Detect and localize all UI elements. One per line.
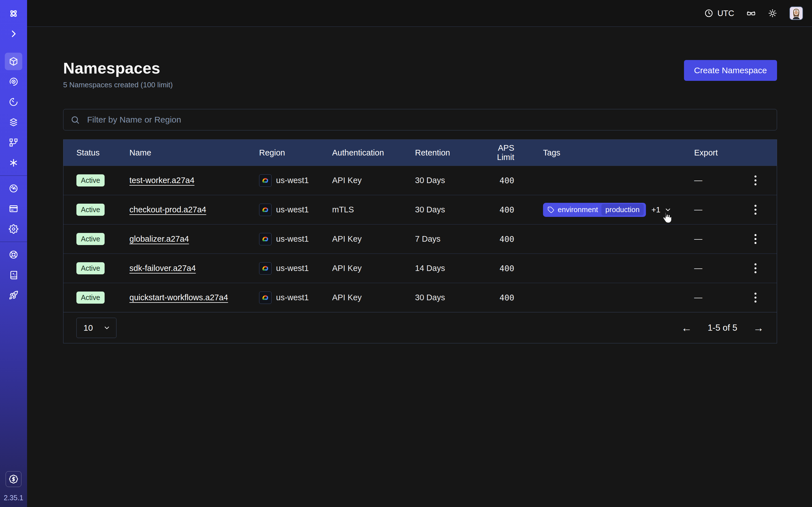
app-root: 2.35.1 UTC Namespaces 5 Namespace bbox=[0, 0, 812, 507]
auth-label: API Key bbox=[332, 293, 415, 302]
status-badge: Active bbox=[77, 233, 105, 245]
clock-icon bbox=[704, 9, 713, 18]
content: Namespaces 5 Namespaces created (100 lim… bbox=[27, 27, 812, 343]
status-badge: Active bbox=[77, 262, 105, 274]
region-label: us-west1 bbox=[276, 234, 309, 244]
aps-value: 400 bbox=[479, 234, 514, 244]
sidebar-item-nexus[interactable] bbox=[5, 154, 22, 172]
table-header-row: Status Name Region Authentication Retent… bbox=[63, 140, 777, 166]
page-size-value: 10 bbox=[84, 323, 93, 333]
table-row: Active checkout-prod.a27a4 us-west1 mTLS… bbox=[63, 195, 777, 224]
cost-badge-icon[interactable] bbox=[6, 471, 21, 487]
export-value: — bbox=[684, 293, 729, 302]
tag-key: environment bbox=[558, 205, 598, 214]
table-row: Active globalizer.a27a4 us-west1 API Key… bbox=[63, 224, 777, 253]
gcp-logo-icon bbox=[259, 204, 271, 216]
namespace-link[interactable]: sdk-failover.a27a4 bbox=[130, 264, 196, 273]
tags-expand-button[interactable] bbox=[664, 206, 672, 214]
col-name: Name bbox=[130, 148, 259, 158]
auth-label: mTLS bbox=[332, 205, 415, 214]
table-row: Active sdk-failover.a27a4 us-west1 API K… bbox=[63, 253, 777, 283]
gcp-logo-icon bbox=[259, 262, 271, 275]
row-menu-button[interactable] bbox=[752, 290, 759, 305]
region-label: us-west1 bbox=[276, 293, 309, 302]
aps-value: 400 bbox=[479, 205, 514, 215]
page-size-select[interactable]: 10 bbox=[77, 318, 116, 338]
namespace-link[interactable]: globalizer.a27a4 bbox=[130, 234, 189, 243]
tags-cell: environment production +1 bbox=[514, 203, 684, 217]
sidebar-item-schedules[interactable] bbox=[5, 93, 22, 111]
col-status: Status bbox=[77, 148, 130, 158]
sun-icon bbox=[768, 9, 777, 18]
sidebar-item-usage[interactable] bbox=[5, 180, 22, 197]
gcp-logo-icon bbox=[259, 174, 271, 187]
gcp-logo-icon bbox=[259, 233, 271, 245]
auth-label: API Key bbox=[332, 176, 415, 185]
retention-label: 30 Days bbox=[415, 176, 479, 185]
export-value: — bbox=[684, 176, 729, 185]
aps-value: 400 bbox=[479, 264, 514, 273]
tag-icon bbox=[548, 207, 554, 213]
table-row: Active test-worker.a27a4 us-west1 API Ke… bbox=[63, 166, 777, 195]
sidebar-item-pipelines[interactable] bbox=[5, 134, 22, 151]
table-row: Active quickstart-workflows.a27a4 us-wes… bbox=[63, 283, 777, 312]
page-title: Namespaces bbox=[63, 59, 173, 77]
table-footer: 10 ← 1-5 of 5 → bbox=[63, 312, 777, 343]
timezone-selector[interactable]: UTC bbox=[704, 9, 734, 18]
create-namespace-button[interactable]: Create Namespace bbox=[684, 60, 777, 81]
theme-toggle-button[interactable] bbox=[768, 9, 777, 18]
row-menu-button[interactable] bbox=[752, 261, 759, 276]
tag-pill[interactable]: environment production bbox=[543, 203, 646, 217]
namespace-link[interactable]: test-worker.a27a4 bbox=[130, 176, 195, 185]
namespace-link[interactable]: checkout-prod.a27a4 bbox=[130, 205, 206, 214]
filter-input[interactable] bbox=[63, 109, 777, 130]
sidebar-item-namespaces[interactable] bbox=[5, 53, 22, 70]
retention-label: 30 Days bbox=[415, 293, 479, 302]
app-version: 2.35.1 bbox=[4, 494, 23, 502]
status-badge: Active bbox=[77, 174, 105, 186]
next-page-button[interactable]: → bbox=[753, 323, 764, 333]
gcp-logo-icon bbox=[259, 291, 271, 304]
export-value: — bbox=[684, 234, 729, 244]
row-menu-button[interactable] bbox=[752, 231, 759, 247]
sidebar: 2.35.1 bbox=[0, 0, 27, 507]
status-badge: Active bbox=[77, 291, 105, 304]
row-menu-button[interactable] bbox=[752, 202, 759, 217]
status-badge: Active bbox=[77, 204, 105, 216]
region-label: us-west1 bbox=[276, 176, 309, 185]
tag-value: production bbox=[601, 204, 644, 216]
reader-mode-button[interactable] bbox=[747, 9, 756, 18]
export-value: — bbox=[684, 264, 729, 273]
pagination-range: 1-5 of 5 bbox=[708, 323, 737, 333]
sidebar-item-workflows[interactable] bbox=[5, 73, 22, 91]
sidebar-item-billing[interactable] bbox=[5, 200, 22, 217]
row-menu-button[interactable] bbox=[752, 173, 759, 188]
namespace-link[interactable]: quickstart-workflows.a27a4 bbox=[130, 293, 228, 302]
region-label: us-west1 bbox=[276, 264, 309, 273]
page-subtitle: 5 Namespaces created (100 limit) bbox=[63, 80, 173, 89]
retention-label: 14 Days bbox=[415, 264, 479, 273]
sidebar-divider bbox=[0, 242, 27, 242]
col-aps-limit: APS Limit bbox=[479, 144, 514, 162]
sidebar-item-getting-started[interactable] bbox=[5, 286, 22, 304]
sidebar-item-deployments[interactable] bbox=[5, 114, 22, 131]
temporal-logo-icon[interactable] bbox=[5, 5, 22, 22]
prev-page-button[interactable]: ← bbox=[681, 323, 692, 333]
timezone-label: UTC bbox=[717, 9, 734, 18]
col-export: Export bbox=[684, 148, 729, 158]
glasses-icon bbox=[747, 9, 756, 18]
region-label: us-west1 bbox=[276, 205, 309, 214]
col-region: Region bbox=[259, 148, 332, 158]
topbar: UTC bbox=[27, 0, 812, 27]
user-avatar[interactable] bbox=[790, 6, 803, 20]
expand-sidebar-icon[interactable] bbox=[5, 25, 22, 43]
sidebar-item-settings[interactable] bbox=[5, 220, 22, 238]
col-retention: Retention bbox=[415, 148, 479, 158]
search-icon bbox=[70, 115, 80, 124]
retention-label: 30 Days bbox=[415, 205, 479, 214]
namespaces-table: Status Name Region Authentication Retent… bbox=[63, 139, 777, 343]
col-authentication: Authentication bbox=[332, 148, 415, 158]
sidebar-divider bbox=[0, 175, 27, 176]
sidebar-item-docs[interactable] bbox=[5, 266, 22, 284]
sidebar-item-support[interactable] bbox=[5, 246, 22, 263]
